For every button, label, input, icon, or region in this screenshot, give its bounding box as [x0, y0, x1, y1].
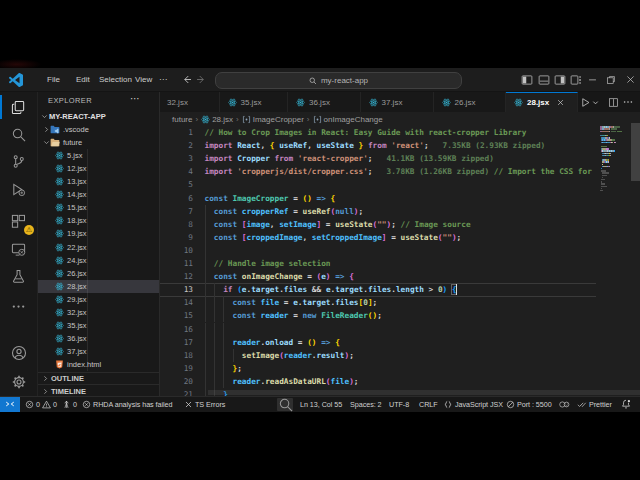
tab-35-jsx[interactable]: 35.jsx	[220, 92, 289, 112]
tree-item-35-jsx[interactable]: 35.jsx	[38, 319, 160, 332]
tree-item-32-jsx[interactable]: 32.jsx	[38, 306, 160, 319]
status-ts-errors[interactable]: TS Errors	[184, 397, 225, 412]
minimap-line	[601, 183, 606, 184]
code-line-11: // Handle image selection	[205, 257, 331, 270]
breadcrumb-item[interactable]: 28.jsx	[212, 115, 233, 124]
line-number: 10	[160, 244, 193, 257]
section-outline[interactable]: OUTLINE	[38, 372, 160, 385]
tree-root[interactable]: MY-REACT-APP	[38, 110, 160, 123]
tab-32-jsx[interactable]: 32.jsx	[160, 92, 220, 112]
react-file-icon	[55, 216, 64, 225]
customize-layout-icon[interactable]	[570, 68, 582, 91]
editor-more-actions-icon[interactable]	[622, 92, 636, 112]
tree-item-22-jsx[interactable]: 22.jsx	[38, 241, 160, 254]
tree-item-label: 32.jsx	[67, 308, 87, 317]
status-problems-errors[interactable]: 0	[25, 397, 40, 412]
menu-view[interactable]: View	[135, 68, 152, 91]
activity-accounts-icon[interactable]	[0, 340, 37, 366]
activity-testing-icon[interactable]	[0, 263, 37, 289]
activity-settings-icon[interactable]	[0, 369, 37, 395]
code-line-8: const [image, setImage] = useState(""); …	[205, 218, 471, 231]
remote-indicator[interactable]	[0, 397, 20, 412]
tree-item-19-jsx[interactable]: 19.jsx	[38, 227, 160, 240]
status-label: 0	[53, 400, 57, 409]
tree-item-14-jsx[interactable]: 14.jsx	[38, 188, 160, 201]
extensions-warning-badge: ⚠	[24, 225, 34, 235]
sidebar-more-actions-icon[interactable]: ⋯	[130, 93, 141, 104]
tree-item-label: 13.jsx	[67, 177, 87, 186]
editor-scrollbar[interactable]	[631, 126, 640, 396]
activity-extensions-icon[interactable]: ⚠	[0, 208, 37, 234]
split-editor-icon[interactable]	[608, 92, 621, 112]
activity-remote-explorer-icon[interactable]	[0, 236, 37, 262]
tree-item--vscode[interactable]: .vscode	[38, 123, 160, 136]
activity-run-and-debug-icon[interactable]	[0, 176, 37, 202]
menu-[interactable]: ⋯	[159, 68, 167, 91]
search-value: my-react-app	[321, 76, 368, 85]
status-pets[interactable]	[558, 397, 570, 412]
tree-item-24-jsx[interactable]: 24.jsx	[38, 254, 160, 267]
status-cursor-position[interactable]: Ln 13, Col 55	[300, 397, 342, 412]
tree-item-index-html[interactable]: index.html	[38, 358, 160, 371]
toggle-sidebar-icon[interactable]	[521, 68, 533, 91]
status-bar: 000RHDA analysis has failedTS Errors Ln …	[0, 396, 640, 412]
tree-item-12-jsx[interactable]: 12.jsx	[38, 162, 160, 175]
status-indentation[interactable]: Spaces: 2	[350, 397, 382, 412]
tree-item-label: 36.jsx	[67, 334, 87, 343]
status-problems-warnings[interactable]: 0	[42, 397, 57, 412]
tree-item-13-jsx[interactable]: 13.jsx	[38, 175, 160, 188]
activity-more-icon[interactable]	[0, 293, 37, 319]
status-rhda[interactable]: RHDA analysis has failed	[82, 397, 173, 412]
menu-edit[interactable]: Edit	[76, 68, 90, 91]
tree-item-28-jsx[interactable]: 28.jsx	[38, 280, 160, 293]
nav-forward-icon[interactable]	[196, 68, 207, 91]
toggle-secondary-sidebar-icon[interactable]	[554, 68, 566, 91]
tree-item-future[interactable]: future	[38, 136, 160, 149]
horizontal-scrollbar[interactable]	[208, 390, 640, 395]
tree-item-29-jsx[interactable]: 29.jsx	[38, 293, 160, 306]
close-tab-icon[interactable]	[557, 99, 564, 106]
activity-explorer-icon[interactable]	[0, 94, 37, 120]
minimize-icon[interactable]	[587, 68, 598, 91]
tab-26-jsx[interactable]: 26.jsx	[434, 92, 507, 112]
tab-36-jsx[interactable]: 36.jsx	[288, 92, 361, 112]
minimap-line	[602, 172, 609, 173]
status-ports[interactable]: 0	[62, 397, 77, 412]
minimap-line	[601, 181, 602, 182]
status-eol[interactable]: CRLF	[419, 397, 438, 412]
status-search-status[interactable]	[277, 398, 293, 411]
tab-28-jsx[interactable]: 28.jsx	[506, 92, 578, 112]
tree-item-37-jsx[interactable]: 37.jsx	[38, 345, 160, 358]
activity-source-control-icon[interactable]	[0, 148, 37, 174]
command-center-search[interactable]: my-react-app	[215, 72, 462, 89]
status-notifications[interactable]	[621, 397, 631, 412]
nav-back-icon[interactable]	[181, 68, 192, 91]
status-prettier[interactable]: Prettier	[576, 397, 612, 412]
breadcrumb-item[interactable]: onImageChange	[324, 115, 383, 124]
code-area[interactable]: 1// How to Crop Images in React: Easy Gu…	[160, 126, 640, 396]
status-encoding[interactable]: UTF-8	[389, 397, 409, 412]
activity-search-icon[interactable]	[0, 121, 37, 147]
close-window-icon[interactable]	[625, 68, 636, 91]
menu-file[interactable]: File	[47, 68, 60, 91]
tree-item-36-jsx[interactable]: 36.jsx	[38, 332, 160, 345]
tree-item-5-jsx[interactable]: 5.jsx	[38, 149, 160, 162]
line-number: 6	[160, 192, 193, 205]
breadcrumb-item[interactable]: ImageCropper	[253, 115, 304, 124]
run-file-button[interactable]	[580, 92, 602, 112]
menu-selection[interactable]: Selection	[99, 68, 132, 91]
minimap-line	[600, 190, 603, 191]
scrollbar-slider[interactable]	[631, 123, 640, 181]
tree-item-26-jsx[interactable]: 26.jsx	[38, 267, 160, 280]
tree-item-15-jsx[interactable]: 15.jsx	[38, 201, 160, 214]
tree-item-18-jsx[interactable]: 18.jsx	[38, 214, 160, 227]
restore-icon[interactable]	[606, 68, 616, 91]
section-timeline[interactable]: TIMELINE	[38, 384, 160, 396]
status-language-mode[interactable]: JavaScript JSX	[443, 397, 503, 412]
breadcrumb-item[interactable]: future	[172, 115, 192, 124]
toggle-panel-icon[interactable]	[538, 68, 550, 91]
breadcrumb-separator: ›	[307, 115, 310, 124]
tab-37-jsx[interactable]: 37.jsx	[361, 92, 434, 112]
minimap[interactable]	[599, 126, 631, 396]
status-live-server-port[interactable]: Port : 5500	[506, 397, 552, 412]
